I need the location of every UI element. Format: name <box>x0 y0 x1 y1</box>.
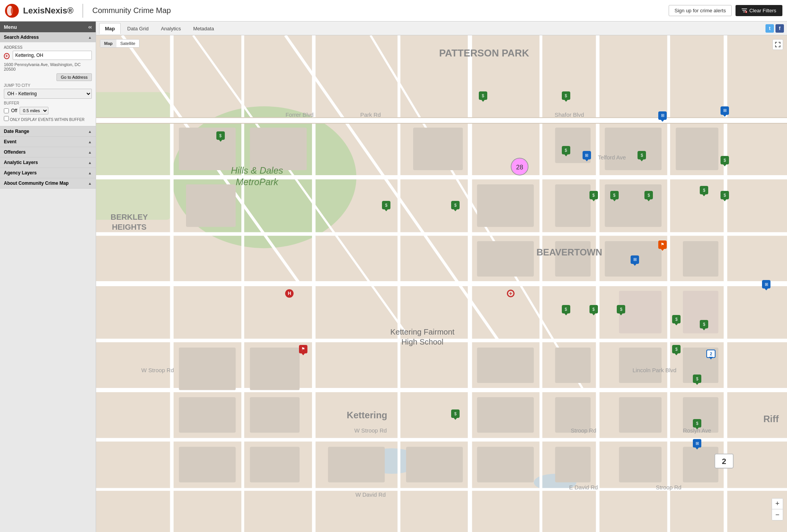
svg-text:High School: High School <box>401 338 443 346</box>
map-expand-button[interactable] <box>772 39 783 50</box>
filter-icon <box>742 8 747 13</box>
svg-rect-64 <box>328 447 385 482</box>
sign-up-button[interactable]: Sign up for crime alerts <box>669 5 732 16</box>
crime-marker[interactable]: $ <box>479 91 487 100</box>
theft-marker: $ <box>693 419 701 428</box>
agency-marker-icon: ⊞ <box>631 255 639 264</box>
buffer-only-label: Only display events within buffer <box>4 116 92 122</box>
hospital-marker[interactable]: H <box>285 289 294 298</box>
crime-marker[interactable]: $ <box>700 320 708 328</box>
svg-text:HEIGHTS: HEIGHTS <box>112 223 146 231</box>
expand-icon <box>775 41 781 48</box>
jump-to-city-label: Jump to City <box>4 83 92 88</box>
agency-marker-icon: ⊞ <box>658 111 667 120</box>
zoom-controls: + − <box>772 498 783 520</box>
svg-rect-34 <box>179 128 236 170</box>
offenders-section[interactable]: Offenders ▲ <box>0 147 96 157</box>
theft-marker: $ <box>451 409 460 418</box>
crime-marker[interactable]: $ <box>693 375 701 383</box>
buffer-off-checkbox[interactable] <box>4 108 9 113</box>
search-address-header[interactable]: Search Address ▲ <box>0 32 96 42</box>
event-marker[interactable]: ⚑ <box>658 240 667 249</box>
event-section[interactable]: Event ▲ <box>0 137 96 147</box>
buffer-distance-select[interactable]: 0.5 miles 1 mile <box>20 107 48 114</box>
crime-marker[interactable]: $ <box>589 191 598 199</box>
map-type-map-button[interactable]: Map <box>100 40 116 47</box>
theft-marker: $ <box>721 156 729 164</box>
svg-rect-58 <box>179 348 236 390</box>
svg-text:Park Rd: Park Rd <box>360 112 381 118</box>
address-suggestion: 1600 Pennsylvania Ave, Washington, DC 20… <box>4 61 92 72</box>
offenders-collapse-icon: ▲ <box>88 150 92 154</box>
crime-marker[interactable]: $ <box>693 419 701 428</box>
agency-layers-section[interactable]: Agency Layers ▲ <box>0 168 96 178</box>
sidebar-header[interactable]: Menu ‹‹ <box>0 22 96 32</box>
address-input[interactable] <box>13 51 92 60</box>
theft-marker: $ <box>562 146 570 154</box>
tab-metadata[interactable]: Metadata <box>188 23 220 34</box>
crime-marker[interactable]: $ <box>216 131 225 140</box>
crime-marker[interactable]: $ <box>672 345 681 353</box>
logo-text: LexisNexis® <box>23 6 73 16</box>
crime-marker[interactable]: $ <box>672 315 681 323</box>
crime-marker[interactable]: $ <box>562 305 570 313</box>
tab-analytics[interactable]: Analytics <box>155 23 187 34</box>
offender-marker[interactable]: ⚑ <box>299 345 307 353</box>
tab-map[interactable]: Map <box>99 23 121 34</box>
crime-marker[interactable]: $ <box>721 156 729 164</box>
theft-marker: $ <box>721 191 729 199</box>
svg-text:BEAVERTOWN: BEAVERTOWN <box>536 247 602 257</box>
crime-marker[interactable]: $ <box>451 409 460 418</box>
crime-marker[interactable]: $ <box>562 146 570 154</box>
go-to-address-button[interactable]: Go to Address <box>56 73 92 81</box>
theft-marker: $ <box>700 186 708 194</box>
svg-rect-41 <box>477 184 534 227</box>
svg-text:Shafor Blvd: Shafor Blvd <box>555 112 584 118</box>
map-container[interactable]: PATTERSON PARK BERKLEY HEIGHTS Hills & D… <box>96 35 787 532</box>
theft-marker: $ <box>382 201 390 209</box>
agency-marker[interactable]: ⊞ <box>693 439 701 447</box>
svg-rect-45 <box>555 241 591 277</box>
agency-marker[interactable]: ⊞ <box>631 255 639 264</box>
crime-marker[interactable]: $ <box>721 191 729 199</box>
crime-marker[interactable]: $ <box>638 151 646 159</box>
crime-marker[interactable]: $ <box>610 191 619 199</box>
svg-text:Lincoln Park Blvd: Lincoln Park Blvd <box>633 367 676 373</box>
address-plus-icon: + <box>4 53 10 59</box>
about-section[interactable]: About Community Crime Map ▲ <box>0 178 96 189</box>
twitter-icon[interactable]: t <box>765 24 774 33</box>
city-select[interactable]: OH - Kettering <box>4 89 92 99</box>
map-type-satellite-button[interactable]: Satellite <box>116 40 139 47</box>
buffer-only-checkbox[interactable] <box>4 116 9 121</box>
crime-marker[interactable]: $ <box>700 186 708 194</box>
theft-marker: $ <box>589 191 598 199</box>
analytic-layers-section[interactable]: Analytic Layers ▲ <box>0 157 96 168</box>
sidebar-collapse-button[interactable]: ‹‹ <box>88 24 92 30</box>
zoom-in-button[interactable]: + <box>772 499 783 509</box>
agency-marker[interactable]: ⊞ <box>583 151 591 159</box>
zoom-out-button[interactable]: − <box>772 509 783 520</box>
svg-rect-39 <box>605 128 662 170</box>
app-title: Community Crime Map <box>92 6 171 15</box>
svg-text:2: 2 <box>722 457 726 466</box>
crime-marker[interactable]: $ <box>617 305 625 313</box>
date-range-section[interactable]: Date Range ▲ <box>0 126 96 137</box>
facebook-icon[interactable]: f <box>775 24 784 33</box>
tab-data-grid[interactable]: Data Grid <box>121 23 154 34</box>
crime-marker[interactable]: $ <box>644 191 653 199</box>
crime-marker[interactable]: $ <box>451 201 460 209</box>
theft-marker: $ <box>644 191 653 199</box>
cluster-marker[interactable]: 2 <box>706 350 716 358</box>
clear-filters-button[interactable]: Clear Filters <box>736 5 782 16</box>
svg-rect-69 <box>683 447 718 482</box>
svg-text:Stroop Rd: Stroop Rd <box>656 484 681 491</box>
agency-marker[interactable]: ⊞ <box>721 106 729 115</box>
agency-marker[interactable]: ⊞ <box>762 280 770 288</box>
svg-rect-40 <box>676 128 719 170</box>
agency-marker[interactable]: ⊞ <box>658 111 667 120</box>
svg-text:28: 28 <box>516 164 523 171</box>
crime-marker[interactable]: $ <box>382 201 390 209</box>
crime-marker[interactable]: $ <box>589 305 598 313</box>
svg-text:W Stroop Rd: W Stroop Rd <box>141 367 174 373</box>
crime-marker[interactable]: $ <box>562 91 570 100</box>
